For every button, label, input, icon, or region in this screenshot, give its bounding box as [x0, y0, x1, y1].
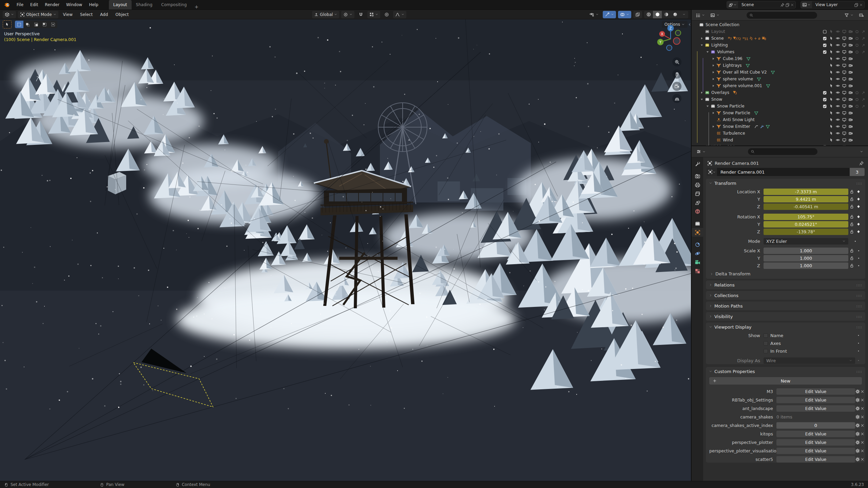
- panel-drag-grip[interactable]: ::::: [856, 283, 862, 287]
- workspace-tab-compositing[interactable]: Compositing: [157, 0, 191, 9]
- add-workspace-button[interactable]: +: [191, 4, 202, 9]
- property-settings-gear-icon[interactable]: [855, 431, 860, 436]
- disable-render-icon[interactable]: [847, 29, 854, 34]
- keyframe-icon[interactable]: [855, 190, 862, 194]
- properties-options[interactable]: [858, 148, 865, 155]
- duplicate-icon[interactable]: [854, 3, 859, 7]
- object-id-browse[interactable]: [707, 168, 717, 176]
- outliner-row[interactable]: Over all Mist Cube V2: [692, 69, 868, 76]
- menu-edit[interactable]: Edit: [27, 1, 41, 8]
- outliner-editor-selector[interactable]: [694, 12, 707, 19]
- outliner-row[interactable]: sphere volume: [692, 76, 868, 82]
- pin-icon[interactable]: [859, 161, 864, 166]
- panel-drag-grip[interactable]: ::::: [856, 304, 862, 308]
- holdout-icon[interactable]: [854, 49, 860, 55]
- panel-header[interactable]: Collections::::: [706, 291, 865, 300]
- lock-icon[interactable]: [848, 214, 855, 219]
- holdout-icon[interactable]: [854, 36, 860, 41]
- outliner-row[interactable]: Snow: [692, 96, 868, 103]
- transform-panel-header[interactable]: Transform::::: [706, 179, 865, 188]
- disable-viewport-icon[interactable]: [841, 131, 847, 136]
- close-icon[interactable]: [859, 3, 863, 7]
- expand-toggle-icon[interactable]: [705, 50, 710, 54]
- indirect-only-icon[interactable]: [860, 103, 867, 109]
- hide-icon[interactable]: [834, 36, 841, 41]
- keyframe-icon[interactable]: [855, 215, 862, 219]
- outliner-search-input[interactable]: [747, 12, 817, 19]
- lock-icon[interactable]: [848, 229, 855, 234]
- keyframe-icon[interactable]: [855, 204, 862, 209]
- disable-viewport-icon[interactable]: [841, 90, 847, 95]
- editor-type-selector[interactable]: [3, 11, 16, 18]
- scale-value-field[interactable]: 1.000: [764, 262, 848, 269]
- exclude-checkbox[interactable]: [822, 36, 828, 41]
- indirect-only-icon[interactable]: [860, 42, 867, 48]
- delete-property-icon[interactable]: [860, 415, 865, 419]
- hide-icon[interactable]: [834, 90, 841, 95]
- lock-icon[interactable]: [848, 197, 855, 201]
- xray-toggle[interactable]: [633, 11, 642, 18]
- tab-scene[interactable]: [692, 198, 703, 207]
- disable-viewport-icon[interactable]: [841, 70, 847, 75]
- panel-header[interactable]: Viewport Display::::: [706, 323, 865, 331]
- select-subtract-button[interactable]: [32, 21, 40, 28]
- keyframe-icon[interactable]: [855, 222, 862, 226]
- selectable-icon[interactable]: [828, 97, 834, 102]
- delete-property-icon[interactable]: [860, 449, 865, 453]
- viewport-menu-add[interactable]: Add: [97, 11, 111, 18]
- new-collection-button[interactable]: [857, 12, 866, 19]
- selectable-icon[interactable]: [828, 83, 834, 89]
- indirect-only-icon[interactable]: [860, 29, 867, 34]
- property-settings-gear-icon[interactable]: [855, 457, 860, 462]
- holdout-icon[interactable]: [854, 97, 860, 102]
- expand-toggle-icon[interactable]: [711, 111, 715, 115]
- delta-transform-subpanel[interactable]: Delta Transform: [706, 270, 865, 279]
- name-checkbox[interactable]: [764, 333, 768, 338]
- disable-render-icon[interactable]: [847, 97, 854, 102]
- outliner-row[interactable]: Hidden.004: [692, 143, 868, 145]
- hide-icon[interactable]: [834, 131, 841, 136]
- transform-value-field[interactable]: -7.3373 m: [764, 189, 848, 195]
- transform-value-field[interactable]: 105.75°: [764, 214, 848, 220]
- disable-viewport-icon[interactable]: [841, 76, 847, 82]
- tab-object[interactable]: [692, 228, 703, 237]
- sidebar-collapse-icon[interactable]: ‹: [689, 21, 691, 27]
- hide-icon[interactable]: [834, 103, 841, 109]
- hide-icon[interactable]: [834, 97, 841, 102]
- disable-viewport-icon[interactable]: [841, 103, 847, 109]
- holdout-icon[interactable]: [854, 144, 860, 145]
- shading-solid-button[interactable]: [653, 11, 662, 18]
- shading-rendered-button[interactable]: [671, 11, 679, 18]
- exclude-checkbox[interactable]: [822, 97, 828, 102]
- show-object-types-selector[interactable]: [587, 11, 601, 18]
- hide-icon[interactable]: [834, 83, 841, 89]
- tab-view-layer[interactable]: [692, 189, 703, 198]
- menu-window[interactable]: Window: [63, 1, 85, 8]
- holdout-icon[interactable]: [854, 29, 860, 34]
- selectable-icon[interactable]: [828, 49, 834, 55]
- expand-toggle-icon[interactable]: [699, 36, 704, 41]
- disable-render-icon[interactable]: [847, 103, 854, 109]
- selectable-icon[interactable]: [828, 29, 834, 34]
- exclude-checkbox[interactable]: [822, 90, 828, 95]
- hide-icon[interactable]: [834, 70, 841, 75]
- selectable-icon[interactable]: [828, 63, 834, 68]
- property-settings-gear-icon[interactable]: [855, 414, 860, 419]
- disable-viewport-icon[interactable]: [841, 63, 847, 68]
- select-extend-button[interactable]: [23, 21, 32, 28]
- transform-orientation-selector[interactable]: Global: [312, 11, 339, 18]
- expand-toggle-icon[interactable]: [711, 124, 715, 129]
- snap-settings-selector[interactable]: [367, 11, 380, 18]
- shading-material-button[interactable]: [662, 11, 671, 18]
- indirect-only-icon[interactable]: [860, 49, 867, 55]
- selectable-icon[interactable]: [828, 117, 834, 122]
- keyframe-icon[interactable]: [855, 197, 862, 201]
- pin-icon[interactable]: [780, 3, 785, 7]
- expand-toggle-icon[interactable]: [705, 104, 710, 109]
- object-name-field[interactable]: Render Camera.001: [717, 168, 850, 176]
- panel-header[interactable]: Motion Paths::::: [706, 301, 865, 310]
- holdout-icon[interactable]: [854, 42, 860, 48]
- hide-icon[interactable]: [834, 29, 841, 34]
- animate-dot-icon[interactable]: [855, 334, 862, 337]
- proportional-edit-toggle[interactable]: [382, 11, 391, 18]
